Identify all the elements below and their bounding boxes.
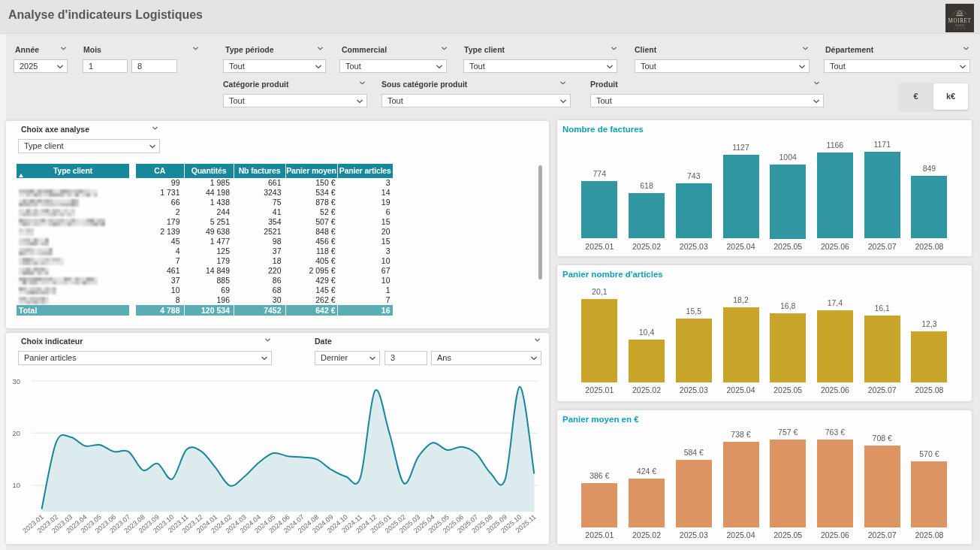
svg-text:20: 20 (12, 429, 20, 437)
svg-text:30: 30 (12, 377, 20, 385)
svg-text:1 9 2 0: 1 9 2 0 (954, 27, 965, 30)
svg-text:10: 10 (12, 481, 20, 489)
svg-text:MOIRET: MOIRET (948, 18, 971, 24)
